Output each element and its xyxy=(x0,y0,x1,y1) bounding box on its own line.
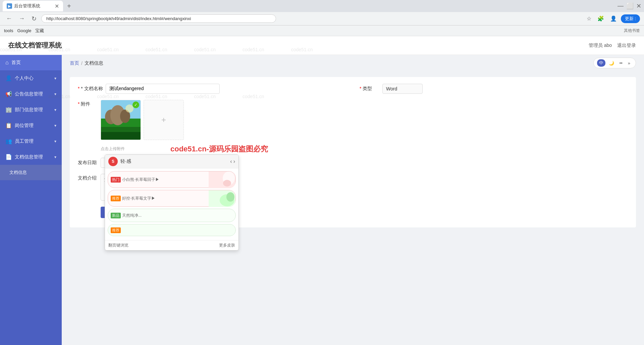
tab-favicon-icon: ▶ xyxy=(7,3,12,9)
theme-dark-btn[interactable]: 🌙 xyxy=(607,60,616,66)
type-value: Word xyxy=(382,84,423,94)
maximize-btn[interactable]: ⬜ xyxy=(626,2,634,10)
department-icon: 🏢 xyxy=(5,107,12,113)
sogou-theme-label: 轻·感 xyxy=(120,158,230,164)
sidebar-position-label: 岗位管理 xyxy=(15,123,52,129)
upload-attachment-button[interactable]: + xyxy=(144,100,184,140)
svg-point-14 xyxy=(226,192,234,202)
plus-icon: + xyxy=(161,115,166,125)
more-skins-link[interactable]: 更多皮肤 xyxy=(219,243,235,248)
sidebar: ⌂ 首页 👤 个人中心 ▾ 📢 公告信息管理 ▾ 🏢 部门信息管理 ▾ xyxy=(0,55,62,345)
sidebar-docinfo-label: 文档信息 xyxy=(9,169,56,176)
sidebar-item-department[interactable]: 🏢 部门信息管理 ▾ xyxy=(0,102,62,118)
reload-button[interactable]: ↻ xyxy=(30,14,39,24)
theme-zh-btn[interactable]: 中 xyxy=(597,59,605,67)
minimize-btn[interactable]: — xyxy=(618,2,624,10)
personal-icon: 👤 xyxy=(5,75,12,81)
skin-item-2[interactable]: 推荐 好控·长草莓文字▶ xyxy=(108,190,236,207)
announcement-icon: 📢 xyxy=(5,91,12,97)
app-header: 在线文档管理系统 管理员 abo 退出登录 xyxy=(0,36,644,55)
sogou-skin-preview: 热门 小白熊·长草莓回子▶ xyxy=(105,168,238,240)
new-tag-1: 新品 xyxy=(111,213,121,218)
skin3-text: 天然纯净... xyxy=(122,213,142,218)
sidebar-item-personal[interactable]: 👤 个人中心 ▾ xyxy=(0,70,62,86)
form-group-docname: * * 文档名称 xyxy=(78,84,346,94)
sidebar-home-label: 首页 xyxy=(11,60,56,66)
sidebar-sub-document: 文档信息 xyxy=(0,165,62,180)
publish-date-row: 发布日期 📅 S 轻·感 xyxy=(78,158,628,168)
chevron-down-icon-2: ▾ xyxy=(54,92,56,96)
extensions-icon[interactable]: 🧩 xyxy=(595,14,606,23)
doc-name-input[interactable] xyxy=(106,84,220,94)
chevron-down-icon: ▾ xyxy=(54,76,56,81)
skin-item-1[interactable]: 热门 小白熊·长草莓回子▶ xyxy=(108,171,236,188)
active-tab[interactable]: ▶ 后台管理系统 ✕ xyxy=(3,1,63,11)
position-icon: 📋 xyxy=(5,122,12,129)
bookmarks-bar: tools Google 宝藏 其他书签 xyxy=(0,25,644,36)
theme-dot-btn[interactable]: •• xyxy=(618,60,625,66)
attachment-row: * 附件 xyxy=(78,100,628,140)
tab-close-button[interactable]: ✕ xyxy=(55,3,59,9)
home-icon: ⌂ xyxy=(5,60,9,66)
svg-rect-6 xyxy=(101,132,141,140)
rec-tag: 推荐 xyxy=(111,196,121,201)
breadcrumb-home[interactable]: 首页 xyxy=(70,60,79,66)
bookmark-tools[interactable]: tools xyxy=(4,28,13,33)
close-btn[interactable]: ✕ xyxy=(636,2,641,10)
app-wrapper: 在线文档管理系统 管理员 abo 退出登录 ⌂ 首页 👤 个人中心 ▾ xyxy=(0,36,644,345)
attachment-label: * 附件 xyxy=(78,100,98,107)
logout-button[interactable]: 退出登录 xyxy=(617,43,636,49)
update-button[interactable]: 更新 : xyxy=(621,14,640,23)
theme-switcher: 中 🌙 •• » xyxy=(593,58,636,68)
app-title: 在线文档管理系统 xyxy=(8,41,62,50)
main-layout: ⌂ 首页 👤 个人中心 ▾ 📢 公告信息管理 ▾ 🏢 部门信息管理 ▾ xyxy=(0,55,644,345)
attachment-images: ✓ + xyxy=(101,100,184,140)
skin-item-4[interactable]: 推荐 xyxy=(108,224,236,236)
sogou-nav-buttons: ‹ › xyxy=(230,158,235,164)
address-bar[interactable]: http://localhost:8080/springbootpkh49/ad… xyxy=(41,14,276,23)
recommend-tag-2: 推荐 xyxy=(111,227,121,233)
bookmarks-right: 其他书签 xyxy=(624,28,640,33)
browser-actions: ☆ 🧩 👤 更新 : xyxy=(585,14,640,23)
chevron-down-icon-5: ▾ xyxy=(54,139,56,144)
content-area: 首页 / 文档信息 中 🌙 •• » xyxy=(62,55,644,345)
skin1-text: 小白熊·长草莓回子▶ xyxy=(122,177,159,183)
skin2-preview xyxy=(209,190,235,207)
sogou-next-button[interactable]: › xyxy=(233,158,235,164)
new-tab-button[interactable]: + xyxy=(64,2,74,10)
bookmark-google[interactable]: Google xyxy=(17,28,31,33)
bookmark-icon[interactable]: ☆ xyxy=(585,14,593,23)
sogou-popup-header: S 轻·感 ‹ › xyxy=(105,155,238,168)
svg-point-10 xyxy=(223,180,231,187)
form-group-type: * 类型 Word xyxy=(360,84,628,94)
sogou-input-popup: S 轻·感 ‹ › 热门 xyxy=(105,154,239,251)
sidebar-item-home[interactable]: ⌂ 首页 xyxy=(0,55,62,70)
attachment-image-1[interactable]: ✓ xyxy=(101,100,141,140)
sidebar-item-docinfo[interactable]: 文档信息 xyxy=(0,165,62,180)
sidebar-item-announcement[interactable]: 📢 公告信息管理 ▾ xyxy=(0,86,62,102)
theme-arrow-btn[interactable]: » xyxy=(626,60,632,66)
forward-button[interactable]: → xyxy=(17,14,27,23)
admin-label: 管理员 abo xyxy=(589,43,612,49)
sogou-prev-button[interactable]: ‹ xyxy=(230,158,232,164)
sogou-logo: S xyxy=(108,157,118,166)
skin2-text: 好控·长草莓文字▶ xyxy=(122,196,155,201)
breadcrumb: 首页 / 文档信息 xyxy=(70,60,103,66)
sidebar-item-employee[interactable]: 👥 员工管理 ▾ xyxy=(0,133,62,149)
browser-tabs: ▶ 后台管理系统 ✕ + — ⬜ ✕ xyxy=(0,0,644,12)
sidebar-item-position[interactable]: 📋 岗位管理 ▾ xyxy=(0,118,62,133)
breadcrumb-current: 文档信息 xyxy=(85,60,103,66)
browse-link[interactable]: 翻页键浏览 xyxy=(108,243,128,248)
skin-item-3[interactable]: 新品 天然纯净... xyxy=(108,209,236,222)
sidebar-item-document-mgmt[interactable]: 📄 文档信息管理 ▾ xyxy=(0,149,62,165)
bookmark-treasure[interactable]: 宝藏 xyxy=(35,28,44,34)
doc-name-label: * * 文档名称 xyxy=(78,86,103,92)
upload-hint: 点击上传附件 xyxy=(101,146,628,152)
chevron-down-icon-6: ▾ xyxy=(54,155,56,159)
chevron-down-icon-4: ▾ xyxy=(54,123,56,128)
form-row-1: * * 文档名称 * 类型 Word xyxy=(78,84,628,94)
browser-controls: ← → ↻ http://localhost:8080/springbootpk… xyxy=(0,12,644,25)
back-button[interactable]: ← xyxy=(4,14,14,23)
profile-icon[interactable]: 👤 xyxy=(608,14,619,23)
employee-icon: 👥 xyxy=(5,138,12,144)
